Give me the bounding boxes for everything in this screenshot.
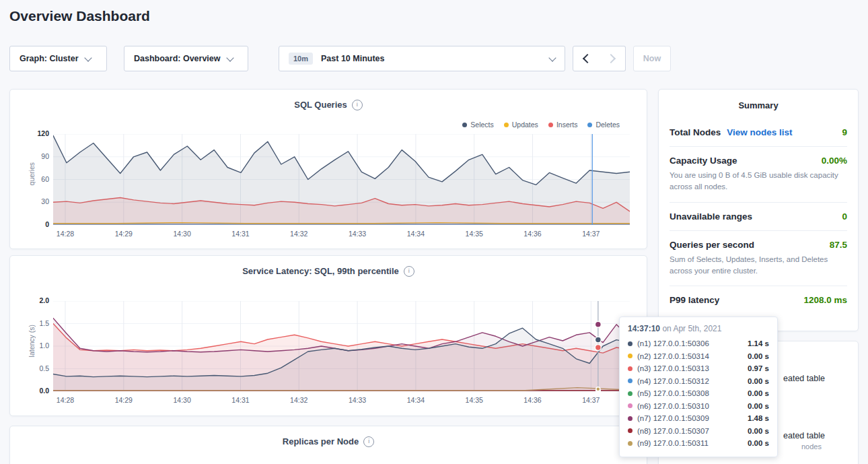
chevron-down-icon [548, 54, 556, 61]
x-axis-tick: 14:34 [407, 396, 425, 404]
total-nodes-value: 9 [842, 127, 847, 137]
chevron-right-icon [606, 54, 615, 63]
node-latency-value: 1.48 s [748, 414, 769, 422]
event-text-fragment: eated table [783, 431, 825, 440]
x-axis-tick: 14:33 [349, 230, 366, 238]
node-address: (n5) 127.0.0.1:50308 [637, 389, 748, 397]
chevron-left-icon [583, 54, 592, 63]
x-axis-tick: 14:29 [115, 230, 133, 238]
legend-item-inserts: Inserts [548, 121, 578, 129]
legend-label: Selects [470, 121, 493, 129]
capacity-label: Capacity Usage [670, 156, 737, 166]
legend-item-deletes: Deletes [587, 121, 620, 129]
node-latency-value: 0.00 s [748, 402, 769, 410]
chart-title: Service Latency: SQL, 99th percentile [242, 266, 399, 276]
x-axis-tick: 14:28 [57, 230, 74, 238]
tooltip-row: (n1) 127.0.0.1:503061.14 s [628, 337, 769, 350]
y-axis-tick: 0.0 [20, 387, 49, 395]
x-axis-tick: 14:33 [349, 396, 366, 404]
p99-latency-value: 1208.0 ms [803, 295, 847, 305]
total-nodes-label: Total Nodes [670, 127, 721, 137]
x-axis-tick: 14:32 [290, 396, 308, 404]
x-axis-tick: 14:35 [466, 396, 483, 404]
x-axis-tick: 14:34 [407, 230, 425, 238]
node-latency-value: 0.00 s [748, 389, 769, 397]
unavailable-ranges-value: 0 [842, 211, 847, 222]
legend-color-dot [587, 123, 592, 127]
x-axis-tick: 14:32 [290, 230, 308, 238]
page-title: Overview Dashboard [9, 8, 150, 24]
legend-label: Updates [512, 121, 538, 129]
y-axis-tick: 1.5 [20, 319, 49, 327]
x-axis-tick: 14:31 [231, 230, 249, 238]
x-axis-tick: 14:37 [582, 230, 600, 238]
node-color-dot [628, 441, 632, 446]
tooltip-row: (n6) 127.0.0.1:503100.00 s [628, 400, 769, 413]
legend-color-dot [504, 123, 509, 127]
service-latency-plot[interactable] [53, 301, 630, 391]
node-latency-value: 1.14 s [748, 339, 769, 347]
legend-label: Deletes [595, 121, 620, 129]
summary-row-p99: P99 latency 1208.0 ms [670, 286, 847, 314]
tooltip-row: (n7) 127.0.0.1:503091.48 s [628, 412, 769, 425]
capacity-value: 0.00% [822, 156, 847, 166]
summary-row-qps: Queries per second 87.5 Sum of Selects, … [670, 230, 847, 286]
node-color-dot [628, 403, 632, 408]
node-color-dot [628, 416, 632, 421]
node-color-dot [628, 378, 632, 383]
summary-title: Summary [659, 90, 858, 119]
y-axis-tick: 90 [20, 152, 49, 160]
y-axis-tick: 0 [20, 220, 49, 228]
node-address: (n2) 127.0.0.1:50314 [637, 352, 748, 360]
tooltip-timestamp: 14:37:10 on Apr 5th, 2021 [628, 324, 769, 333]
time-next-button[interactable] [599, 46, 626, 71]
chevron-down-icon [226, 54, 233, 61]
info-icon[interactable]: i [363, 436, 374, 447]
chevron-down-icon [84, 54, 92, 61]
time-prev-button[interactable] [573, 46, 600, 71]
summary-row-unavailable-ranges: Unavailable ranges 0 [670, 202, 847, 230]
tooltip-rows: (n1) 127.0.0.1:503061.14 s(n2) 127.0.0.1… [628, 337, 769, 450]
time-range-badge: 10m [289, 53, 313, 65]
event-text-fragment: nodes [801, 442, 822, 451]
tooltip-row: (n4) 127.0.0.1:503120.00 s [628, 375, 769, 388]
replicas-per-node-chart-card: Replicas per Nodei [9, 426, 647, 464]
qps-label: Queries per second [670, 240, 754, 250]
unavailable-ranges-label: Unavailable ranges [670, 211, 752, 222]
event-text-fragment: eated table [783, 374, 825, 383]
node-address: (n4) 127.0.0.1:50312 [637, 377, 748, 385]
graph-dropdown[interactable]: Graph: Cluster [9, 46, 107, 71]
graph-dropdown-label: Graph: Cluster [20, 54, 79, 63]
tooltip-row: (n3) 127.0.0.1:503130.97 s [628, 362, 769, 375]
chart-legend: SelectsUpdatesInsertsDeletes [462, 121, 620, 129]
x-axis-tick: 14:36 [523, 230, 541, 238]
info-icon[interactable]: i [404, 266, 414, 277]
y-axis-tick: 0.5 [20, 364, 49, 372]
now-button[interactable]: Now [633, 46, 671, 71]
y-axis-tick: 120 [20, 129, 49, 137]
summary-row-total-nodes: Total Nodes View nodes list 9 [670, 119, 847, 146]
node-address: (n3) 127.0.0.1:50313 [637, 364, 748, 372]
capacity-description: You are using 0 B of 4.5 GiB usable disk… [670, 170, 847, 193]
node-address: (n9) 127.0.0.1:50311 [637, 439, 748, 447]
node-address: (n8) 127.0.0.1:50307 [637, 427, 748, 435]
tooltip-row: (n2) 127.0.0.1:503140.00 s [628, 350, 769, 363]
x-axis-tick: 14:36 [523, 396, 541, 404]
legend-color-dot [462, 123, 467, 127]
chart-title: SQL Queries [294, 100, 347, 110]
node-address: (n6) 127.0.0.1:50310 [637, 402, 748, 410]
legend-color-dot [548, 123, 553, 127]
x-axis-tick: 14:30 [173, 230, 190, 238]
x-axis-tick: 14:30 [173, 396, 190, 404]
dashboard-dropdown[interactable]: Dashboard: Overview [124, 46, 248, 71]
info-icon[interactable]: i [352, 100, 363, 110]
chart-title: Replicas per Node [283, 436, 359, 446]
x-axis-tick: 14:35 [466, 230, 483, 238]
node-latency-value: 0.00 s [748, 439, 769, 447]
tooltip-row: (n9) 127.0.0.1:503110.00 s [628, 437, 769, 450]
dashboard-dropdown-label: Dashboard: Overview [134, 54, 221, 63]
time-range-picker[interactable]: 10m Past 10 Minutes [279, 46, 565, 71]
tooltip-date: on Apr 5th, 2021 [662, 324, 721, 333]
view-nodes-list-link[interactable]: View nodes list [727, 127, 792, 137]
sql-queries-plot[interactable] [53, 134, 630, 225]
